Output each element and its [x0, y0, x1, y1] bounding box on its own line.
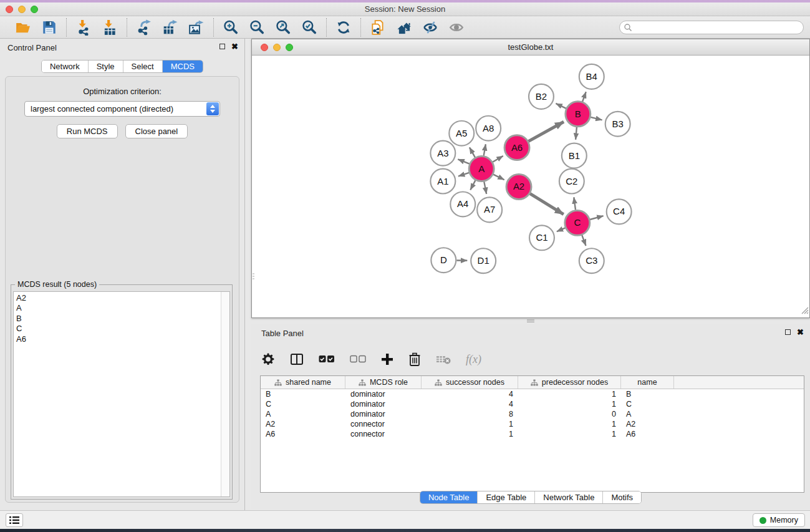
graph-node-A6[interactable]: A6: [504, 135, 529, 160]
refresh-button[interactable]: [335, 19, 352, 36]
criterion-select[interactable]: largest connected component (directed): [24, 101, 220, 117]
graph-node-A4[interactable]: A4: [450, 191, 475, 216]
import-network-button[interactable]: [75, 19, 92, 36]
graph-node-B[interactable]: B: [566, 102, 591, 127]
graph-edge-A-A5[interactable]: [470, 147, 475, 157]
graph-node-B4[interactable]: B4: [579, 64, 604, 89]
float-panel-icon[interactable]: [219, 44, 225, 49]
graph-edge-C-C2[interactable]: [574, 197, 576, 210]
deselect-all-columns-button[interactable]: [350, 355, 366, 364]
graph-edge-A6-B[interactable]: [528, 122, 564, 141]
export-table-button[interactable]: [162, 19, 179, 36]
control-panel-tabbar: NetworkStyleSelectMCDS: [0, 60, 244, 73]
home-views-button[interactable]: [395, 19, 413, 36]
table-row[interactable]: Bdominator41B: [261, 389, 804, 399]
graph-edge-C-C3[interactable]: [582, 235, 586, 246]
graph-node-A[interactable]: A: [469, 157, 494, 181]
graph-edge-A-A8[interactable]: [484, 144, 486, 156]
mcds-result-item[interactable]: A: [16, 303, 221, 313]
window-resize-gripper[interactable]: [800, 306, 809, 317]
graph-edge-A-A3[interactable]: [458, 159, 469, 163]
graph-node-D1[interactable]: D1: [471, 248, 496, 273]
zoom-fit-button[interactable]: [274, 19, 292, 36]
graph-edge-B-B4[interactable]: [582, 92, 586, 102]
graph-edge-C-C4[interactable]: [590, 216, 604, 220]
column-header-predecessor-nodes[interactable]: predecessor nodes: [518, 376, 621, 389]
tab-node-table[interactable]: Node Table: [420, 491, 478, 503]
table-row[interactable]: Adominator80A: [261, 409, 804, 419]
tab-network-table[interactable]: Network Table: [535, 491, 603, 503]
show-graphics-details-button[interactable]: [422, 19, 439, 36]
graph-node-C3[interactable]: C3: [579, 248, 604, 273]
mcds-result-item[interactable]: C: [16, 324, 221, 334]
graph-edge-A-A2[interactable]: [493, 175, 504, 180]
graph-node-C[interactable]: C: [565, 210, 590, 235]
close-panel-icon[interactable]: ✖: [231, 43, 238, 50]
graph-edge-B-B2[interactable]: [556, 104, 566, 109]
zoom-selected-button[interactable]: [301, 19, 318, 36]
network-canvas[interactable]: B4B2BB3A5A8A6A3B1AC2A1A2A4A7C4CC1C3DD1: [252, 56, 809, 317]
bird-eye-view-button[interactable]: [448, 19, 465, 36]
tab-motifs[interactable]: Motifs: [603, 491, 641, 503]
graph-node-A2[interactable]: A2: [506, 175, 531, 200]
open-session-button[interactable]: [14, 19, 32, 36]
graph-edge-A-A1[interactable]: [458, 173, 469, 177]
graph-edge-B-B3[interactable]: [591, 117, 602, 120]
graph-node-A1[interactable]: A1: [430, 169, 455, 194]
graph-node-C1[interactable]: C1: [529, 225, 554, 250]
graph-node-A7[interactable]: A7: [477, 197, 502, 222]
save-session-button[interactable]: [41, 19, 58, 36]
delete-column-button[interactable]: [408, 352, 421, 366]
graph-edge-A-A7[interactable]: [484, 181, 486, 194]
zoom-in-button[interactable]: [222, 19, 239, 36]
graph-node-D[interactable]: D: [431, 248, 456, 273]
table-settings-button[interactable]: [261, 352, 275, 366]
mcds-result-item[interactable]: A6: [16, 334, 221, 344]
tab-network[interactable]: Network: [42, 60, 89, 72]
table-row[interactable]: Cdominator41C: [261, 399, 804, 409]
graph-node-C4[interactable]: C4: [607, 199, 632, 224]
graph-node-B3[interactable]: B3: [605, 112, 630, 137]
graph-node-A3[interactable]: A3: [430, 141, 455, 166]
graph-node-C2[interactable]: C2: [559, 169, 584, 194]
graph-node-A8[interactable]: A8: [476, 116, 501, 141]
graph-edge-A2-C[interactable]: [530, 193, 564, 214]
graph-node-B2[interactable]: B2: [529, 84, 554, 109]
graph-node-A5[interactable]: A5: [449, 121, 474, 146]
table-row[interactable]: A2connector11A2: [261, 419, 804, 429]
column-header-name[interactable]: name: [621, 376, 674, 389]
graph-node-B1[interactable]: B1: [562, 143, 587, 168]
search-input[interactable]: [619, 21, 804, 34]
close-panel-button[interactable]: Close panel: [125, 124, 188, 138]
run-mcds-button[interactable]: Run MCDS: [57, 124, 118, 138]
graph-edge-B-B1[interactable]: [576, 127, 577, 140]
graph-edge-C-C1[interactable]: [557, 228, 566, 231]
tab-style[interactable]: Style: [89, 60, 123, 72]
export-image-button[interactable]: [188, 19, 205, 36]
table-row[interactable]: A6connector11A6: [261, 429, 804, 439]
column-header-MCDS-role[interactable]: MCDS role: [345, 376, 422, 389]
mcds-result-item[interactable]: A2: [16, 293, 221, 303]
select-all-columns-button[interactable]: [319, 355, 335, 364]
tab-mcds[interactable]: MCDS: [163, 60, 203, 72]
show-column-panel-button[interactable]: [290, 352, 304, 366]
copy-network-button[interactable]: [369, 19, 387, 36]
close-table-panel-icon[interactable]: ✖: [797, 329, 804, 336]
graph-edge-A-A6[interactable]: [493, 156, 503, 162]
add-column-button[interactable]: [381, 353, 393, 365]
mcds-list-scrollbar[interactable]: [221, 292, 229, 496]
window-edge-grip[interactable]: [252, 271, 255, 283]
float-table-panel-icon[interactable]: [785, 329, 791, 335]
panel-splitter-grip[interactable]: [527, 319, 534, 324]
show-task-history-button[interactable]: [6, 513, 23, 527]
import-table-button[interactable]: [101, 19, 118, 36]
zoom-out-button[interactable]: [248, 19, 266, 36]
column-header-shared-name[interactable]: shared name: [261, 376, 345, 389]
memory-button[interactable]: Memory: [753, 513, 805, 527]
tab-select[interactable]: Select: [123, 60, 163, 72]
column-header-successor-nodes[interactable]: successor nodes: [422, 376, 518, 389]
graph-edge-A-A4[interactable]: [470, 180, 475, 190]
export-network-button[interactable]: [135, 19, 153, 36]
tab-edge-table[interactable]: Edge Table: [478, 491, 535, 503]
mcds-result-item[interactable]: B: [16, 314, 221, 324]
